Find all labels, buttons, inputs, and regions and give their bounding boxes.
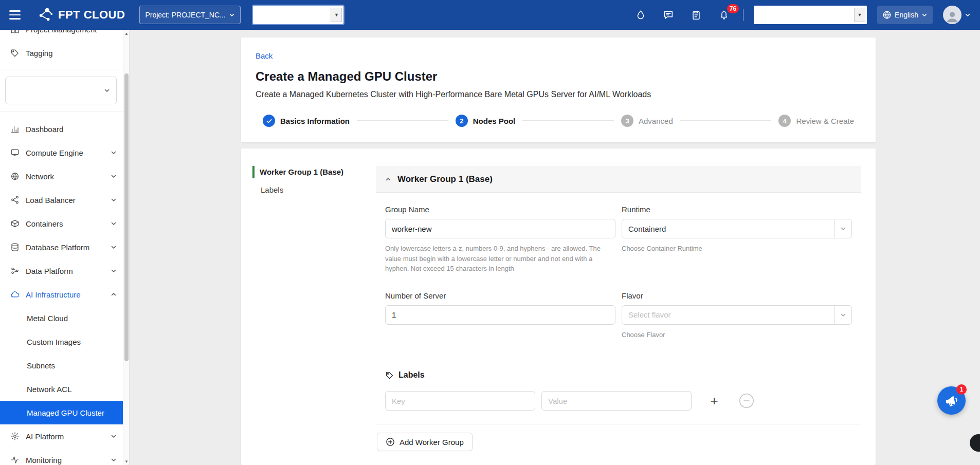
chevron-down-icon [111,197,117,203]
back-link[interactable]: Back [256,51,273,61]
step-nodes-pool[interactable]: 2 Nodes Pool [456,115,516,127]
chevron-down-icon [104,87,110,94]
sidebar-item-containers[interactable]: Containers [0,212,123,235]
flavor-field-block: Flavor Select flavor Choose Flavor [622,291,852,340]
clipboard-icon[interactable] [687,6,705,24]
sidebar-item-label: AI Platform [26,432,64,441]
sidebar-subitem-metal-cloud[interactable]: Metal Cloud [0,306,123,330]
bar-chart-icon [10,124,20,134]
sidebar-scrollbar: ▲ ▼ [123,30,129,465]
tag-icon [385,371,394,380]
fpt-cloud-logo[interactable]: FPT CLOUD [38,7,125,23]
sidebar-item-tagging[interactable]: Tagging [0,41,123,65]
runtime-label: Runtime [622,205,852,214]
page-title: Create a Managed GPU Cluster [256,69,861,84]
monitor-icon [10,148,20,157]
support-chat-icon[interactable] [660,6,677,24]
flavor-label: Flavor [622,291,852,300]
logo-icon [38,7,53,23]
flavor-select[interactable]: Select flavor [622,305,852,325]
chevron-down-icon [111,173,117,179]
nav-labels[interactable]: Labels [252,185,376,194]
label-key-input[interactable] [385,391,535,411]
number-of-server-field-block: Number of Server [385,291,615,340]
step-label: Review & Create [796,117,854,125]
chevron-down-icon [965,12,971,18]
sidebar-item-data-platform[interactable]: Data Platform [0,259,123,283]
wizard-stepper: Basics Information 2 Nodes Pool 3 Advanc… [256,115,861,127]
labels-section: Labels + [385,370,852,411]
collapse-chevron-up-icon [385,176,391,182]
navbar-select-secondary[interactable]: ▼ [754,6,867,24]
sidebar-subitem-network-acl[interactable]: Network ACL [0,377,123,401]
add-label-button[interactable]: + [704,391,724,411]
scrollbar-thumb[interactable] [124,73,129,361]
sidebar-item-project-management[interactable]: Project Management [0,30,123,41]
number-of-server-input[interactable] [385,305,615,325]
notification-count-badge: 76 [727,4,739,13]
chevron-down-icon [111,268,117,274]
check-icon [266,118,273,124]
sidebar-item-dashboard[interactable]: Dashboard [0,117,123,141]
page-subtitle: Create a Managed Kubernetes Cluster with… [256,90,861,99]
navbar-divider [743,9,743,21]
grid-icon [10,30,20,34]
step-number-circle: 2 [456,115,468,127]
sidebar-item-ai-platform[interactable]: AI Platform [0,424,123,448]
step-label: Advanced [639,117,673,125]
sidebar-item-compute-engine[interactable]: Compute Engine [0,141,123,164]
select-arrow [834,219,851,238]
flavor-select-placeholder: Select flavor [622,310,834,319]
sidebar-subitem-label: Custom Images [27,338,81,346]
step-advanced[interactable]: 3 Advanced [621,115,673,127]
chevron-down-icon [111,220,117,227]
sidebar-project-select[interactable] [5,77,117,104]
scrollbar-down-arrow[interactable]: ▼ [123,458,130,465]
step-connector [357,120,448,121]
droplet-icon[interactable] [632,6,649,24]
project-selector[interactable]: Project: PROJECT_NC... [139,6,241,24]
sidebar-item-database-platform[interactable]: Database Platform [0,235,123,259]
step-check-circle [263,115,275,127]
navbar-select-primary[interactable]: ▼ [253,6,343,24]
add-worker-group-button[interactable]: Add Worker Group [377,433,473,451]
panel-divider [376,424,861,424]
sidebar-subitem-custom-images[interactable]: Custom Images [0,330,123,354]
scrollbar-up-arrow[interactable]: ▲ [123,30,130,37]
nav-labels-label: Labels [261,185,283,194]
notification-bell-icon[interactable]: 76 [715,6,733,24]
sidebar-item-load-balancer[interactable]: Load Balancer [0,188,123,212]
runtime-select[interactable]: Containerd [622,219,852,238]
hamburger-menu-icon[interactable] [9,6,27,24]
group-name-input[interactable] [385,219,615,238]
chevron-down-icon [840,312,846,318]
fab-badge: 1 [956,384,967,395]
step-number-circle: 4 [778,115,791,127]
worker-group-panel: Worker Group 1 (Base) Group Name Only lo… [376,166,861,465]
user-menu[interactable] [943,6,971,24]
main-content: Back Create a Managed GPU Cluster Create… [130,30,980,465]
select-arrow-icon: ▼ [854,8,865,22]
runtime-select-value: Containerd [622,225,834,233]
nav-worker-group-1[interactable]: Worker Group 1 (Base) [252,166,376,178]
sidebar-item-ai-infrastructure[interactable]: AI Infrastructure [0,283,123,306]
chevron-down-icon [840,226,846,232]
sidebar-item-network[interactable]: Network [0,164,123,188]
chevron-down-icon [111,457,117,463]
sidebar-item-label: Data Platform [26,267,73,275]
step-connector [522,120,614,121]
language-selector[interactable]: English [877,6,933,24]
worker-group-panel-header[interactable]: Worker Group 1 (Base) [376,166,861,193]
sidebar-item-monitoring[interactable]: Monitoring [0,448,123,465]
sidebar-subitem-managed-gpu-cluster[interactable]: Managed GPU Cluster [0,401,123,424]
announcement-fab[interactable]: 1 [937,386,966,415]
remove-label-button[interactable] [739,393,754,408]
step-review-create[interactable]: 4 Review & Create [778,115,854,127]
sidebar-item-label: Database Platform [26,243,89,252]
worker-group-form: Group Name Only lowercase letters a-z, n… [376,193,861,411]
sidebar-subitem-subnets[interactable]: Subnets [0,354,123,377]
box-icon [10,219,20,228]
step-basics-information[interactable]: Basics Information [263,115,350,127]
label-value-input[interactable] [541,391,692,411]
flavor-help: Choose Flavor [622,330,852,340]
